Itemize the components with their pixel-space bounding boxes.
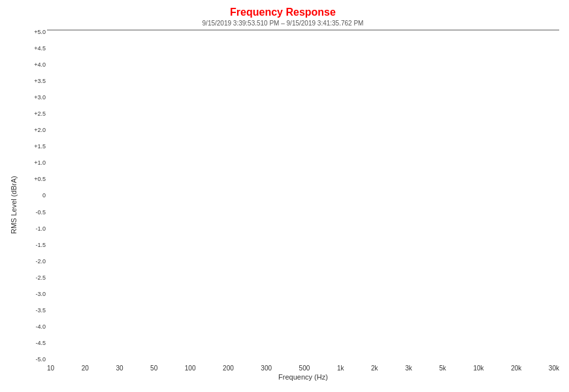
y-tick-label: +2.5 (22, 111, 46, 117)
x-tick-label: 50 (150, 365, 157, 372)
y-tick-label: +3.0 (22, 95, 46, 101)
y-tick-label: +4.5 (22, 46, 46, 52)
x-axis-label: Frequency (Hz) (47, 373, 559, 381)
x-tick-label: 100 (185, 365, 196, 372)
chart-title: Frequency Response (7, 7, 559, 18)
x-tick-label: 30 (116, 365, 123, 372)
y-tick-label: +1.5 (22, 144, 46, 150)
y-tick-label: +4.0 (22, 62, 46, 68)
x-tick-label: 500 (299, 365, 310, 372)
chart-body: RMS Level (dBrA) +5.0+4.5+4.0+3.5+3.0+2.… (7, 29, 559, 381)
x-tick-label: 1k (337, 365, 344, 372)
y-tick-label: -3.0 (22, 291, 46, 297)
x-tick-label: 200 (223, 365, 234, 372)
y-tick-label: -0.5 (22, 210, 46, 216)
x-tick-label: 2k (371, 365, 378, 372)
y-tick-label: -2.5 (22, 275, 46, 281)
x-tick-label: 20k (511, 365, 521, 372)
y-tick-label: 0 (22, 193, 46, 199)
y-tick-label: +5.0 (22, 29, 46, 35)
x-tick-label: 20 (82, 365, 89, 372)
y-tick-label: -2.0 (22, 259, 46, 265)
x-tick-label: 300 (261, 365, 272, 372)
y-tick-labels: +5.0+4.5+4.0+3.5+3.0+2.5+2.0+1.5+1.0+0.5… (22, 29, 46, 363)
y-tick-label: +2.0 (22, 127, 46, 133)
x-tick-label: 3k (405, 365, 412, 372)
y-tick-label: -4.0 (22, 324, 46, 330)
y-axis-label: RMS Level (dBrA) (7, 29, 20, 381)
y-tick-label: +3.5 (22, 78, 46, 84)
x-tick-label: 30k (549, 365, 559, 372)
y-tick-label: -1.5 (22, 242, 46, 248)
chart-subtitle: 9/15/2019 3:39:53.510 PM – 9/15/2019 3:4… (7, 20, 559, 27)
chart-plot-area: Project Polaris Headphone Amplifier - Hi… (47, 29, 559, 31)
y-tick-label: -3.5 (22, 308, 46, 314)
y-tick-label: +0.5 (22, 176, 46, 182)
y-tick-label: -1.0 (22, 226, 46, 232)
x-axis-ticks: 102030501002003005001k2k3k5k10k20k30k (47, 363, 559, 372)
y-tick-label: -4.5 (22, 340, 46, 346)
chart-container: Frequency Response 9/15/2019 3:39:53.510… (0, 0, 569, 392)
y-tick-label: +1.0 (22, 160, 46, 166)
x-tick-label: 5k (439, 365, 446, 372)
x-tick-label: 10k (473, 365, 483, 372)
y-tick-label: -5.0 (22, 357, 46, 363)
x-tick-label: 10 (47, 365, 54, 372)
